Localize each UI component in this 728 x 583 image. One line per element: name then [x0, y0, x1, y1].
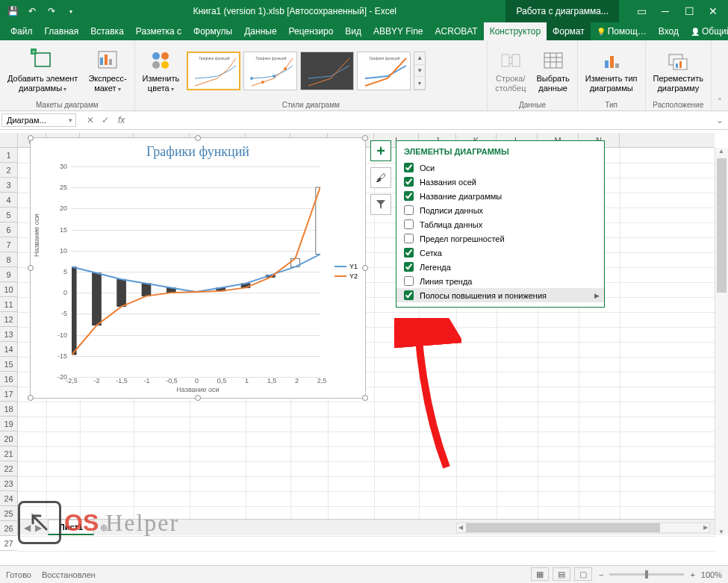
- row-header[interactable]: 26: [0, 521, 17, 536]
- row-header[interactable]: 10: [0, 282, 17, 297]
- flyout-item[interactable]: Предел погрешностей: [396, 231, 604, 246]
- collapse-ribbon-icon[interactable]: ˄: [712, 40, 728, 110]
- change-colors-button[interactable]: Изменить цвета: [140, 47, 183, 95]
- flyout-checkbox[interactable]: [404, 262, 414, 272]
- zoom-level[interactable]: 100%: [701, 570, 722, 579]
- row-header[interactable]: 22: [0, 461, 17, 476]
- zoom-out-icon[interactable]: −: [599, 570, 603, 579]
- change-chart-type-button[interactable]: Изменить тип диаграммы: [582, 47, 641, 95]
- sign-in-button[interactable]: Вход: [653, 22, 685, 40]
- move-chart-button[interactable]: Переместить диаграмму: [650, 47, 706, 95]
- fx-icon[interactable]: fx: [118, 115, 125, 125]
- horizontal-scrollbar[interactable]: ◀▶: [113, 523, 715, 533]
- tab-formulas[interactable]: Формулы: [187, 22, 238, 40]
- row-header[interactable]: 11: [0, 297, 17, 312]
- tell-me-search[interactable]: Помощ…: [591, 22, 653, 40]
- style-thumb-3[interactable]: [300, 52, 354, 90]
- row-header[interactable]: 17: [0, 387, 17, 402]
- flyout-item[interactable]: Сетка: [396, 246, 604, 260]
- row-header[interactable]: 25: [0, 506, 17, 521]
- resize-handle[interactable]: [195, 135, 201, 141]
- flyout-checkbox[interactable]: [404, 163, 414, 172]
- row-header[interactable]: 6: [0, 222, 17, 237]
- chart-styles-button[interactable]: 🖌: [370, 167, 391, 188]
- undo-icon[interactable]: ↶: [25, 4, 39, 18]
- flyout-item[interactable]: Линия тренда: [396, 274, 604, 288]
- expand-formula-icon[interactable]: ⌄: [712, 115, 728, 125]
- row-header[interactable]: 19: [0, 417, 17, 431]
- row-header[interactable]: 13: [0, 327, 17, 342]
- flyout-item[interactable]: Название диаграммы: [396, 189, 604, 203]
- tab-page-layout[interactable]: Разметка с: [130, 22, 187, 40]
- y-axis-title[interactable]: Название оси: [33, 214, 40, 257]
- tab-chart-design[interactable]: Конструктор: [484, 22, 547, 40]
- flyout-checkbox[interactable]: [404, 290, 414, 300]
- close-icon[interactable]: ✕: [703, 1, 724, 22]
- chart-filters-button[interactable]: [370, 194, 391, 215]
- flyout-checkbox[interactable]: [404, 219, 414, 229]
- resize-handle[interactable]: [362, 395, 368, 401]
- row-header[interactable]: 1: [0, 148, 17, 163]
- flyout-item[interactable]: Оси: [396, 160, 604, 175]
- quick-layout-button[interactable]: Экспресс- макет: [85, 47, 129, 95]
- tab-file[interactable]: Файл: [4, 22, 39, 40]
- share-button[interactable]: Общий доступ: [685, 22, 728, 40]
- style-thumb-4[interactable]: Графики функций: [357, 52, 411, 90]
- cancel-formula-icon[interactable]: ✕: [87, 115, 94, 125]
- select-data-button[interactable]: Выбрать данные: [533, 47, 572, 95]
- flyout-checkbox[interactable]: [404, 177, 414, 187]
- row-header[interactable]: 5: [0, 208, 17, 222]
- chart-elements-button[interactable]: +: [370, 140, 391, 161]
- flyout-item[interactable]: Полосы повышения и понижения▶: [396, 288, 604, 302]
- row-header[interactable]: 21: [0, 446, 17, 461]
- zoom-in-icon[interactable]: +: [690, 570, 694, 579]
- style-thumb-2[interactable]: Графики функций: [243, 52, 297, 90]
- gallery-up-icon[interactable]: ▲: [414, 52, 425, 65]
- flyout-item[interactable]: Подписи данных: [396, 203, 604, 217]
- flyout-item[interactable]: Названия осей: [396, 175, 604, 189]
- row-header[interactable]: 7: [0, 237, 17, 252]
- qat-customize-icon[interactable]: ▾: [64, 4, 78, 18]
- plot-area[interactable]: -20-15-10-5051015202530 -2,5-2-1,5-1-0,5…: [72, 166, 320, 375]
- switch-row-col-button[interactable]: Строка/ столбец: [492, 47, 529, 95]
- view-page-layout-icon[interactable]: ▤: [553, 567, 570, 581]
- row-header[interactable]: 3: [0, 178, 17, 193]
- flyout-item[interactable]: Таблица данных: [396, 217, 604, 231]
- chart-title[interactable]: Графики функций: [31, 138, 365, 166]
- maximize-icon[interactable]: ☐: [679, 1, 700, 22]
- tab-view[interactable]: Вид: [339, 22, 367, 40]
- tab-review[interactable]: Рецензиро: [283, 22, 340, 40]
- view-page-break-icon[interactable]: ▢: [574, 567, 592, 581]
- flyout-checkbox[interactable]: [404, 248, 414, 258]
- style-thumb-1[interactable]: Графики функций: [187, 52, 240, 90]
- minimize-icon[interactable]: ─: [655, 1, 676, 22]
- row-header[interactable]: 23: [0, 476, 17, 491]
- zoom-slider[interactable]: [609, 573, 684, 576]
- row-header[interactable]: 2: [0, 163, 17, 178]
- flyout-item[interactable]: Легенда: [396, 260, 604, 274]
- tab-insert[interactable]: Вставка: [84, 22, 130, 40]
- row-header[interactable]: 9: [0, 267, 17, 282]
- row-header[interactable]: 14: [0, 342, 17, 357]
- resize-handle[interactable]: [28, 135, 34, 141]
- flyout-checkbox[interactable]: [404, 234, 414, 243]
- row-header[interactable]: 16: [0, 372, 17, 387]
- select-all-triangle[interactable]: [0, 133, 18, 147]
- tab-home[interactable]: Главная: [39, 22, 85, 40]
- row-header[interactable]: 24: [0, 491, 17, 506]
- tab-data[interactable]: Данные: [238, 22, 282, 40]
- flyout-checkbox[interactable]: [404, 205, 414, 215]
- tab-abbyy[interactable]: ABBYY Fine: [367, 22, 429, 40]
- ribbon-options-icon[interactable]: ▭: [631, 1, 652, 22]
- resize-handle[interactable]: [195, 395, 201, 401]
- row-header[interactable]: 18: [0, 402, 17, 417]
- formula-input[interactable]: [129, 113, 712, 127]
- gallery-more-icon[interactable]: ▾: [414, 77, 425, 90]
- enter-formula-icon[interactable]: ✓: [102, 115, 109, 125]
- tab-chart-format[interactable]: Формат: [547, 22, 591, 40]
- vertical-scrollbar[interactable]: ▲ ▼: [715, 148, 728, 535]
- flyout-checkbox[interactable]: [404, 191, 414, 201]
- resize-handle[interactable]: [362, 135, 368, 141]
- row-header[interactable]: 20: [0, 431, 17, 446]
- row-header[interactable]: 27: [0, 536, 17, 551]
